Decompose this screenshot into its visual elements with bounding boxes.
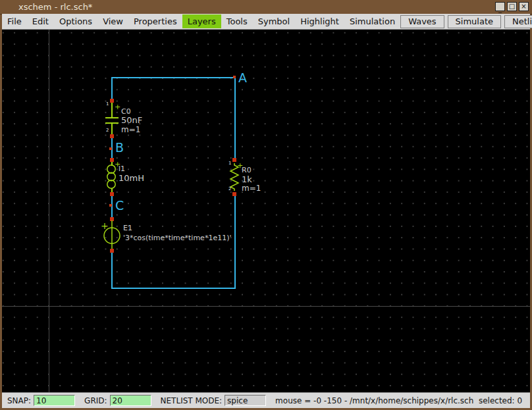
menu-view[interactable]: View xyxy=(97,14,128,28)
menu-layers[interactable]: Layers xyxy=(182,14,221,28)
netlist-mode-label: NETLIST MODE: xyxy=(161,396,223,405)
net-label-b[interactable]: B xyxy=(115,141,124,154)
snap-input[interactable] xyxy=(34,395,75,406)
capacitor-plus-icon: + xyxy=(115,103,120,111)
wire-left-to-capacitor[interactable] xyxy=(111,77,113,101)
window-controls: _ □ × xyxy=(495,2,529,11)
waves-button[interactable]: Waves xyxy=(400,15,444,28)
net-label-pin-a xyxy=(233,76,236,78)
capacitor-value: 50nF xyxy=(121,116,142,125)
resistor-ref: R0 xyxy=(242,167,252,174)
source-ref: E1 xyxy=(123,224,132,232)
capacitor-ref: C0 xyxy=(121,108,131,116)
menu-simulation[interactable]: Simulation xyxy=(344,14,400,28)
wire-top[interactable] xyxy=(112,77,236,78)
xschem-window: { "window": { "title": "xschem - rlc.sch… xyxy=(0,0,532,410)
net-label-pin-b xyxy=(109,147,112,150)
net-label-a[interactable]: A xyxy=(238,72,247,84)
resistor-pin2-box xyxy=(232,192,236,196)
schematic-canvas[interactable]: A B C 1 + 2 C0 50nF m=1 + l1 10mH xyxy=(2,30,530,392)
wire-bottom[interactable] xyxy=(111,288,236,289)
wire-inductor-to-source[interactable] xyxy=(111,195,113,220)
resistor-value: 1k xyxy=(242,175,252,184)
resistor-pin2-number: 2 xyxy=(228,187,231,192)
capacitor-lead-top xyxy=(111,103,113,117)
netlist-mode-input[interactable] xyxy=(225,395,266,406)
net-label-c[interactable]: C xyxy=(115,199,124,212)
capacitor-lead-bottom xyxy=(111,124,113,135)
capacitor-mult: m=1 xyxy=(121,126,140,134)
minimize-icon: _ xyxy=(496,5,504,13)
maximize-button[interactable]: □ xyxy=(507,2,517,11)
grid-label: GRID: xyxy=(84,396,107,405)
resistor-mult: m=1 xyxy=(242,184,261,193)
source-circle xyxy=(100,218,124,251)
capacitor-pin2-box xyxy=(110,134,114,138)
resistor-pin1-box xyxy=(232,158,236,162)
titlebar[interactable]: xschem - rlc.sch* _ □ × xyxy=(0,0,532,14)
inductor-value: 10mH xyxy=(119,174,144,183)
menu-symbol[interactable]: Symbol xyxy=(253,14,295,28)
wire-source-to-bottom[interactable] xyxy=(111,250,113,289)
statusbar: SNAP: GRID: NETLIST MODE: mouse = -0 -15… xyxy=(2,392,530,408)
menu-file[interactable]: File xyxy=(2,14,27,28)
inductor-ref: l1 xyxy=(119,165,125,173)
close-icon: × xyxy=(521,3,526,10)
mouse-status-text: mouse = -0 -150 - /mnt/x/home/schippes/x… xyxy=(275,396,522,405)
capacitor-plate-top xyxy=(105,117,119,118)
window-title: xschem - rlc.sch* xyxy=(18,2,92,12)
menubar: File Edit Options View Properties Layers… xyxy=(2,14,530,30)
source-pin2-box xyxy=(110,249,114,253)
origin-axis-horizontal xyxy=(2,306,530,307)
origin-axis-vertical xyxy=(49,30,49,392)
source-value: '3*cos(time*time*time*1e11)' xyxy=(123,234,231,242)
capacitor-pin2-number: 2 xyxy=(106,128,109,133)
menu-tools[interactable]: Tools xyxy=(221,14,253,28)
menu-highlight[interactable]: Highlight xyxy=(295,14,344,28)
inductor-coil xyxy=(105,165,117,190)
minimize-button[interactable]: _ xyxy=(495,2,505,11)
menu-properties[interactable]: Properties xyxy=(128,14,182,28)
simulate-button[interactable]: Simulate xyxy=(448,15,501,28)
menu-edit[interactable]: Edit xyxy=(27,14,54,28)
wire-resistor-to-bottom[interactable] xyxy=(234,194,236,289)
inductor-pin2-box xyxy=(110,192,114,196)
close-button[interactable]: × xyxy=(519,2,529,11)
wire-right-to-resistor[interactable] xyxy=(234,77,236,160)
netlist-button[interactable]: Netlist xyxy=(504,15,532,28)
net-label-pin-c xyxy=(109,204,112,207)
snap-label: SNAP: xyxy=(7,396,31,405)
maximize-icon: □ xyxy=(509,3,515,10)
capacitor-pin1-number: 1 xyxy=(106,102,109,107)
grid-input[interactable] xyxy=(110,395,151,406)
menu-options[interactable]: Options xyxy=(54,14,97,28)
